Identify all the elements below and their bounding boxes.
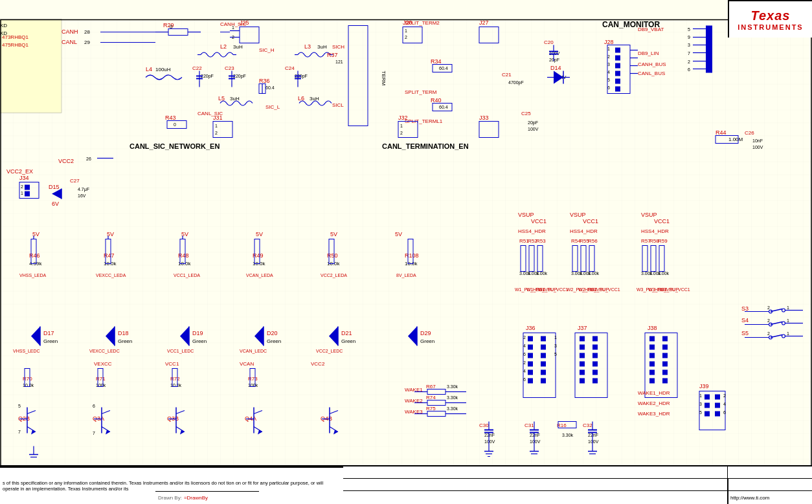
svg-text:5V: 5V xyxy=(395,231,402,237)
svg-text:60.4: 60.4 xyxy=(265,85,275,90)
svg-text:R44: R44 xyxy=(716,129,727,136)
svg-text:Q2B: Q2B xyxy=(18,415,30,422)
svg-rect-262 xyxy=(649,378,655,384)
svg-text:Q4B: Q4B xyxy=(321,415,332,422)
svg-rect-224 xyxy=(541,370,546,375)
svg-text:R48: R48 xyxy=(178,252,189,259)
svg-rect-406 xyxy=(715,395,720,400)
svg-text:R36: R36 xyxy=(259,78,270,84)
svg-rect-238 xyxy=(580,336,585,342)
svg-text:7: 7 xyxy=(18,430,21,434)
svg-rect-242 xyxy=(580,353,585,358)
svg-text:2: 2 xyxy=(21,184,23,189)
svg-text:VSUP: VSUP xyxy=(641,212,657,218)
svg-text:S4: S4 xyxy=(741,317,749,323)
svg-rect-216 xyxy=(541,336,546,342)
drawn-by-cell: Drawn By: =DrawnBy xyxy=(155,491,259,504)
svg-text:TERM: TERM xyxy=(381,71,387,86)
svg-rect-405 xyxy=(705,395,710,400)
ti-logo-cell xyxy=(728,466,812,478)
svg-rect-261 xyxy=(662,370,668,375)
svg-text:100uH: 100uH xyxy=(155,67,171,72)
svg-rect-241 xyxy=(592,345,598,350)
schematic-canvas: 473RHBQ1 475RHBQ1 CANH 28 CANL 29 R29 0 … xyxy=(0,0,812,504)
svg-text:L6: L6 xyxy=(298,95,304,102)
svg-text:4.7μF: 4.7μF xyxy=(78,187,89,192)
svg-text:D15: D15 xyxy=(49,184,60,190)
svg-text:2: 2 xyxy=(607,54,610,59)
svg-text:VCC1: VCC1 xyxy=(583,218,598,225)
svg-rect-127 xyxy=(615,48,620,53)
svg-text:VCC2_EX: VCC2_EX xyxy=(6,168,33,175)
svg-text:CANL_TERMINATION_EN: CANL_TERMINATION_EN xyxy=(382,142,469,150)
svg-text:SPLIT_TERM: SPLIT_TERM xyxy=(405,89,437,95)
svg-rect-225 xyxy=(528,378,533,384)
svg-text:3.30k: 3.30k xyxy=(447,406,458,411)
svg-text:J32: J32 xyxy=(398,115,408,121)
svg-rect-407 xyxy=(705,403,710,408)
svg-text:R49: R49 xyxy=(253,252,264,259)
svg-text:2: 2 xyxy=(523,335,526,340)
svg-text:1: 1 xyxy=(787,305,789,310)
svg-text:J33: J33 xyxy=(479,115,489,121)
svg-text:16V: 16V xyxy=(78,193,86,198)
svg-text:R46: R46 xyxy=(29,252,40,259)
svg-text:D19: D19 xyxy=(192,330,203,336)
svg-text:C31: C31 xyxy=(524,422,534,428)
svg-text:1: 1 xyxy=(405,28,407,33)
svg-text:HSS4_HDR: HSS4_HDR xyxy=(570,228,598,234)
svg-text:100V: 100V xyxy=(528,127,539,131)
svg-text:6: 6 xyxy=(723,410,726,415)
svg-text:KD: KD xyxy=(0,23,7,28)
svg-text:R53: R53 xyxy=(536,238,546,244)
svg-text:6: 6 xyxy=(93,404,95,408)
svg-text:4: 4 xyxy=(523,369,526,373)
svg-text:VEXCC_LEDC: VEXCC_LEDC xyxy=(89,349,120,354)
svg-rect-128 xyxy=(615,56,620,61)
svg-text:C20: C20 xyxy=(544,39,554,45)
svg-text:SICH: SICH xyxy=(332,44,344,50)
svg-text:R34: R34 xyxy=(431,58,442,65)
svg-text:J34: J34 xyxy=(19,175,29,181)
svg-text:C30: C30 xyxy=(479,422,489,428)
svg-text:WAKE2_HDR: WAKE2_HDR xyxy=(638,400,670,406)
svg-text:VCAN: VCAN xyxy=(240,361,254,367)
svg-text:4700pF: 4700pF xyxy=(508,80,524,85)
svg-text:20pF: 20pF xyxy=(528,120,538,126)
svg-rect-244 xyxy=(580,362,585,367)
svg-text:R56: R56 xyxy=(588,238,598,244)
svg-text:CANH: CANH xyxy=(62,28,78,35)
svg-text:7: 7 xyxy=(688,51,690,56)
svg-text:R50: R50 xyxy=(327,252,338,259)
svg-text:VCC2: VCC2 xyxy=(311,361,325,367)
svg-text:R67: R67 xyxy=(426,384,436,389)
svg-rect-252 xyxy=(649,336,655,342)
svg-text:J31: J31 xyxy=(213,115,223,121)
svg-text:1: 1 xyxy=(400,124,403,128)
svg-text:6: 6 xyxy=(688,67,690,72)
svg-text:60.4: 60.4 xyxy=(439,66,448,71)
svg-rect-259 xyxy=(662,362,668,367)
svg-text:R70: R70 xyxy=(23,376,32,382)
svg-text:100V: 100V xyxy=(588,439,599,444)
svg-text:J27: J27 xyxy=(479,19,489,26)
svg-rect-167 xyxy=(25,192,30,197)
svg-text:S3: S3 xyxy=(741,305,749,312)
svg-text:Green: Green xyxy=(43,338,58,344)
svg-rect-243 xyxy=(592,353,598,358)
svg-text:2: 2 xyxy=(767,331,770,336)
svg-text:1.00M: 1.00M xyxy=(728,137,743,142)
svg-text:Green: Green xyxy=(341,338,355,344)
svg-text:2: 2 xyxy=(523,360,526,365)
svg-text:L4: L4 xyxy=(146,66,152,72)
ti-logo: Texas Instruments xyxy=(728,0,812,38)
svg-text:R108: R108 xyxy=(405,252,419,259)
svg-text:J38: J38 xyxy=(648,325,657,331)
svg-text:SIC_L: SIC_L xyxy=(265,104,280,110)
svg-text:D18: D18 xyxy=(118,330,129,336)
svg-text:Green: Green xyxy=(267,338,281,344)
svg-text:121: 121 xyxy=(335,60,343,64)
svg-rect-409 xyxy=(705,411,710,417)
svg-text:J28: J28 xyxy=(604,39,614,45)
svg-text:6: 6 xyxy=(523,352,526,356)
